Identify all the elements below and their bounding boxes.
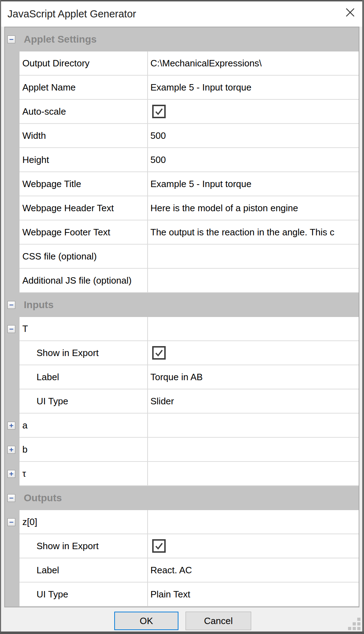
property-value[interactable]: C:\MechanicalExpressions\ (148, 51, 359, 76)
row-webpage-title: Webpage Title Example 5 - Input torque (5, 172, 359, 196)
row-gutter (5, 365, 20, 389)
property-value[interactable]: 500 (148, 148, 359, 172)
row-gutter: − (5, 494, 20, 502)
collapse-applet-settings-button[interactable]: − (7, 35, 15, 43)
row-gutter (5, 245, 20, 269)
section-title: Inputs (24, 299, 54, 311)
property-name: Label (20, 558, 148, 583)
expand-input-a-button[interactable]: + (7, 422, 15, 430)
property-grid: − Applet Settings Output Directory C:\Me… (4, 27, 359, 607)
expand-input-tau-button[interactable]: + (7, 470, 15, 478)
property-name: Auto-scale (20, 100, 148, 124)
property-name: Show in Export (20, 341, 148, 365)
row-output-z0-ui-type: UI Type Plain Text (5, 583, 359, 607)
window-border-left (0, 0, 1, 634)
show-in-export-checkbox[interactable] (152, 346, 166, 360)
row-webpage-footer-text: Webpage Footer Text The output is the re… (5, 220, 359, 245)
row-input-T-label: Label Torque in AB (5, 365, 359, 389)
row-gutter (5, 534, 20, 558)
row-height: Height 500 (5, 148, 359, 172)
property-value (148, 534, 359, 558)
auto-scale-checkbox[interactable] (152, 105, 166, 118)
row-input-b: + b (5, 438, 359, 462)
row-gutter (5, 583, 20, 607)
collapse-inputs-button[interactable]: − (7, 301, 15, 309)
property-name: Show in Export (20, 534, 148, 558)
row-applet-name: Applet Name Example 5 - Input torque (5, 76, 359, 100)
property-value[interactable] (148, 414, 359, 438)
window-border-bottom (0, 632, 364, 634)
collapse-input-T-button[interactable]: − (7, 325, 15, 333)
row-gutter (5, 196, 20, 220)
property-value[interactable]: Example 5 - Input torque (148, 172, 359, 196)
row-gutter (5, 76, 20, 100)
cancel-button[interactable]: Cancel (186, 612, 251, 630)
row-gutter (5, 172, 20, 196)
property-value[interactable] (148, 245, 359, 269)
row-output-directory: Output Directory C:\MechanicalExpression… (5, 51, 359, 76)
grip-dot (357, 627, 360, 630)
collapse-output-z0-button[interactable]: − (7, 518, 15, 526)
grip-dot (357, 618, 360, 621)
property-value[interactable]: Slider (148, 389, 359, 414)
row-auto-scale: Auto-scale (5, 100, 359, 124)
property-value[interactable] (148, 317, 359, 341)
property-value[interactable]: Here is the model of a piston engine (148, 196, 359, 220)
expand-input-b-button[interactable]: + (7, 446, 15, 454)
property-name: Webpage Header Text (20, 196, 148, 220)
row-gutter: + (5, 414, 20, 438)
dialog-window: JavaScript Applet Generator − Applet Set… (0, 0, 364, 634)
property-value[interactable] (148, 269, 359, 293)
item-name: τ (20, 462, 148, 486)
row-gutter (5, 341, 20, 365)
property-value[interactable] (148, 438, 359, 462)
property-value[interactable] (148, 510, 359, 534)
property-value[interactable] (148, 462, 359, 486)
row-output-z0-show-in-export: Show in Export (5, 534, 359, 558)
section-header-inputs: − Inputs (5, 293, 359, 317)
property-name: Label (20, 365, 148, 389)
property-name: UI Type (20, 389, 148, 414)
row-input-a: + a (5, 414, 359, 438)
row-gutter: − (5, 35, 20, 43)
property-value[interactable]: 500 (148, 124, 359, 148)
close-button[interactable] (341, 4, 359, 21)
property-value[interactable]: Plain Text (148, 583, 359, 607)
check-icon (154, 348, 164, 358)
item-name: z[0] (20, 510, 148, 534)
row-gutter: + (5, 462, 20, 486)
title-bar: JavaScript Applet Generator (1, 1, 362, 27)
property-value (148, 100, 359, 124)
section-header-outputs: − Outputs (5, 486, 359, 510)
row-additional-js-file: Additional JS file (optional) (5, 269, 359, 293)
row-gutter (5, 148, 20, 172)
property-name: Height (20, 148, 148, 172)
row-gutter (5, 269, 20, 293)
property-value (148, 341, 359, 365)
window-border-right (362, 0, 364, 634)
show-in-export-checkbox[interactable] (152, 539, 166, 553)
ok-button[interactable]: OK (114, 612, 178, 630)
property-value[interactable]: React. AC (148, 558, 359, 583)
row-output-z0: − z[0] (5, 510, 359, 534)
property-value[interactable]: The output is the reaction in the angle.… (148, 220, 359, 245)
row-gutter: + (5, 438, 20, 462)
grip-dot (353, 622, 356, 625)
row-gutter (5, 220, 20, 245)
check-icon (154, 106, 164, 116)
row-input-tau: + τ (5, 462, 359, 486)
row-output-z0-label: Label React. AC (5, 558, 359, 583)
property-name: Output Directory (20, 51, 148, 76)
property-name: Additional JS file (optional) (20, 269, 148, 293)
property-value[interactable]: Example 5 - Input torque (148, 76, 359, 100)
window-title: JavaScript Applet Generator (7, 8, 136, 20)
property-name: Applet Name (20, 76, 148, 100)
row-gutter: − (5, 317, 20, 341)
resize-grip[interactable] (348, 618, 360, 630)
row-gutter (5, 558, 20, 583)
property-value[interactable]: Torque in AB (148, 365, 359, 389)
collapse-outputs-button[interactable]: − (7, 494, 15, 502)
grip-dot (348, 627, 351, 630)
property-name: Webpage Title (20, 172, 148, 196)
row-gutter: − (5, 301, 20, 309)
